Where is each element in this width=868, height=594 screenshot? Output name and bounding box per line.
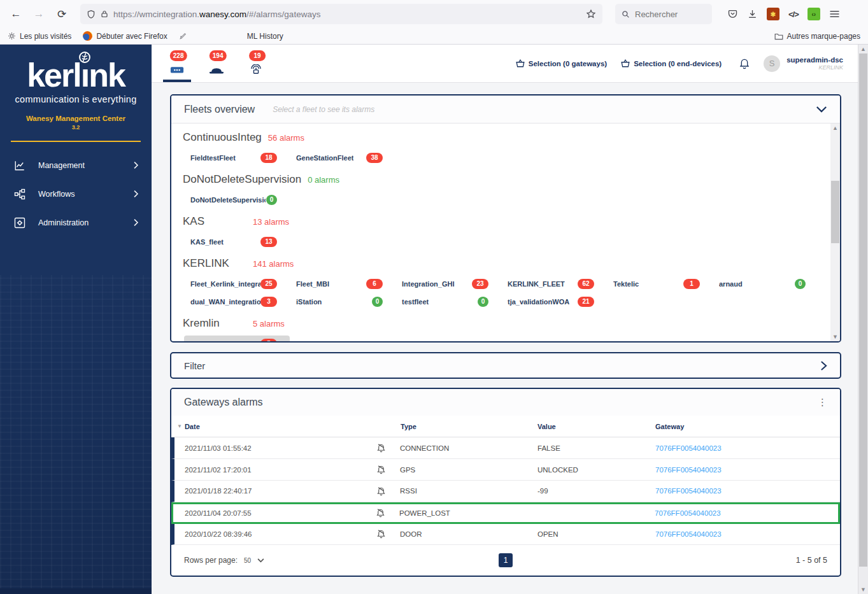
tab-antennas[interactable]: 19 bbox=[242, 45, 270, 82]
fleet-item[interactable]: Integration_GHI 23 bbox=[395, 276, 501, 292]
browser-toolbar: ← → ⟳ https://wmcintegration.wanesy.com/… bbox=[0, 0, 868, 28]
fleet-group-alarms: 13 alarms bbox=[253, 217, 289, 227]
fleets-scrollbar[interactable]: ▲ ▼ bbox=[830, 124, 840, 341]
shield-icon[interactable] bbox=[87, 10, 96, 19]
fleet-item[interactable]: Tektelic 1 bbox=[607, 276, 713, 292]
back-button[interactable]: ← bbox=[6, 4, 25, 24]
scrollbar-thumb[interactable] bbox=[859, 53, 867, 567]
fleet-item[interactable]: DoNotDeleteSupervision 0 bbox=[184, 192, 290, 208]
alarm-count-badge: 19 bbox=[249, 50, 266, 61]
forward-button[interactable]: → bbox=[29, 4, 48, 24]
fleet-item[interactable]: Fleet_Kerlink_integration_... 25 bbox=[184, 276, 290, 292]
tab-gateways[interactable]: 194 bbox=[203, 45, 231, 82]
chevron-down-icon[interactable] bbox=[816, 106, 827, 113]
selection-end-devices-button[interactable]: Selection (0 end-devices) bbox=[621, 59, 722, 67]
reload-button[interactable]: ⟳ bbox=[52, 4, 71, 24]
fleet-item[interactable]: arnaud 0 bbox=[713, 276, 818, 292]
scroll-down-arrow[interactable]: ▼ bbox=[830, 332, 840, 341]
extension-green-icon[interactable]: ‹› bbox=[808, 8, 820, 20]
alarm-row[interactable]: 2021/01/18 22:40:17 RSSI -99 7076FF00540… bbox=[171, 481, 840, 502]
bell-icon[interactable] bbox=[739, 58, 750, 69]
fleet-item[interactable]: Fleet_MBI 6 bbox=[290, 276, 395, 292]
kerlink-logo: kerlınk communication is everything bbox=[0, 59, 152, 104]
user-name: superadmin-dsc bbox=[786, 55, 843, 64]
search-input[interactable] bbox=[635, 10, 699, 19]
alarm-row[interactable]: 2020/10/22 08:39:46 DOOR OPEN 7076FF0054… bbox=[171, 524, 840, 546]
gear-icon bbox=[8, 32, 16, 40]
alarm-row-highlighted[interactable]: 2020/11/04 20:07:55 POWER_LOST 7076FF005… bbox=[171, 502, 840, 524]
antenna-icon bbox=[249, 64, 263, 74]
bookmark-ml-history[interactable]: ML History bbox=[247, 32, 283, 41]
lock-icon[interactable] bbox=[101, 10, 108, 18]
fleet-item[interactable]: tja_validationWOA 21 bbox=[501, 293, 607, 310]
menu-icon[interactable] bbox=[829, 10, 840, 18]
tab-end-devices[interactable]: 228 bbox=[163, 45, 191, 82]
gateway-link[interactable]: 7076FF0054040023 bbox=[655, 444, 722, 452]
fleets-panel-header[interactable]: Fleets overview Select a fleet to see it… bbox=[171, 95, 840, 124]
fleet-item[interactable]: dual_WAN_integration_mpe 3 bbox=[184, 293, 290, 310]
code-icon[interactable]: </> bbox=[788, 10, 799, 19]
url-bar[interactable]: https://wmcintegration.wanesy.com/#/alar… bbox=[80, 4, 602, 24]
column-header-gateway[interactable]: Gateway bbox=[655, 423, 840, 430]
basket-icon bbox=[621, 59, 630, 67]
alarm-count-badge: 3 bbox=[260, 297, 277, 307]
sidebar-item-administration[interactable]: Administration bbox=[0, 208, 152, 237]
alarm-row[interactable]: 2021/11/02 17:20:01 GPS UNLOCKED 7076FF0… bbox=[171, 459, 840, 481]
other-bookmarks[interactable]: Autres marque-pages bbox=[774, 32, 860, 41]
scroll-up-arrow[interactable]: ▲ bbox=[830, 124, 840, 132]
gateway-link[interactable]: 7076FF0054040023 bbox=[655, 509, 721, 517]
alarm-count-badge: 13 bbox=[260, 237, 277, 247]
scroll-down-arrow[interactable]: ▼ bbox=[858, 585, 868, 594]
fleet-item[interactable]: GeneStationFleet 38 bbox=[290, 150, 395, 166]
logo-tagline: communication is everything bbox=[0, 94, 152, 104]
fleet-item[interactable]: testfleet 0 bbox=[395, 293, 501, 310]
gateway-link[interactable]: 7076FF0054040023 bbox=[655, 530, 722, 538]
fleet-group-name: ContinuousInteg bbox=[183, 131, 262, 144]
kebab-menu-icon[interactable]: ⋮ bbox=[818, 397, 827, 407]
panel-subtitle: Select a fleet to see its alarms bbox=[273, 105, 374, 114]
alarm-count-badge: 194 bbox=[210, 50, 227, 61]
bell-slash-icon bbox=[376, 465, 386, 474]
sidebar-item-management[interactable]: Management bbox=[0, 151, 152, 180]
fleet-item[interactable]: iStation 0 bbox=[290, 293, 395, 310]
page-number-button[interactable]: 1 bbox=[499, 553, 513, 567]
download-icon[interactable] bbox=[747, 9, 758, 19]
chevron-right-icon[interactable] bbox=[820, 360, 827, 371]
chart-icon bbox=[14, 160, 27, 171]
avatar: S bbox=[764, 55, 780, 72]
fleet-item[interactable]: KAS_fleet 13 bbox=[184, 234, 290, 250]
gateway-link[interactable]: 7076FF0054040023 bbox=[655, 487, 722, 495]
rows-per-page-select[interactable] bbox=[257, 558, 264, 563]
pen-icon bbox=[179, 32, 187, 40]
scrollbar-thumb[interactable] bbox=[831, 181, 839, 243]
bookmark-getting-started[interactable]: Débuter avec Firefox bbox=[83, 31, 167, 41]
fleet-item-selected[interactable]: Kremlin 5 bbox=[184, 336, 290, 341]
user-menu[interactable]: S superadmin-dsc KERLINK bbox=[764, 55, 843, 72]
scroll-up-arrow[interactable]: ▲ bbox=[858, 45, 868, 53]
page-scrollbar[interactable]: ▲ ▼ bbox=[858, 45, 868, 594]
alarm-count-badge: 0 bbox=[478, 297, 488, 307]
bookmark-pen[interactable] bbox=[179, 32, 187, 40]
fleet-group: DoNotDeleteSupervision 0 alarms DoNotDel… bbox=[183, 173, 818, 208]
gateway-link[interactable]: 7076FF0054040023 bbox=[655, 466, 722, 474]
chevron-right-icon bbox=[133, 218, 139, 227]
fleets-list: ContinuousInteg 56 alarms FieldtestFleet… bbox=[171, 124, 840, 341]
filter-panel[interactable]: Filter bbox=[170, 352, 841, 379]
selection-gateways-button[interactable]: Selection (0 gateways) bbox=[516, 59, 607, 67]
column-header-value[interactable]: Value bbox=[537, 423, 655, 430]
bookmark-most-visited[interactable]: Les plus visités bbox=[8, 32, 71, 41]
fleet-item[interactable]: KERLINK_FLEET 62 bbox=[501, 276, 607, 292]
column-header-type[interactable]: Type bbox=[376, 423, 537, 430]
fleet-item[interactable]: FieldtestFleet 18 bbox=[184, 150, 290, 166]
chevron-right-icon bbox=[133, 161, 139, 169]
alarm-row[interactable]: 2021/11/03 01:55:42 CONNECTION FALSE 707… bbox=[171, 437, 840, 459]
search-box[interactable] bbox=[615, 4, 712, 24]
extension-orange-icon[interactable]: ✱ bbox=[767, 8, 779, 20]
rows-per-page-label: Rows per page: bbox=[184, 556, 238, 565]
bookmark-star-icon[interactable] bbox=[586, 9, 596, 19]
pocket-icon[interactable] bbox=[727, 9, 738, 19]
alarm-count-badge: 23 bbox=[472, 279, 488, 289]
column-header-date[interactable]: ▼ Date bbox=[177, 423, 376, 430]
alarm-count-badge: 0 bbox=[372, 297, 383, 307]
sidebar-item-workflows[interactable]: Workflows bbox=[0, 180, 152, 208]
